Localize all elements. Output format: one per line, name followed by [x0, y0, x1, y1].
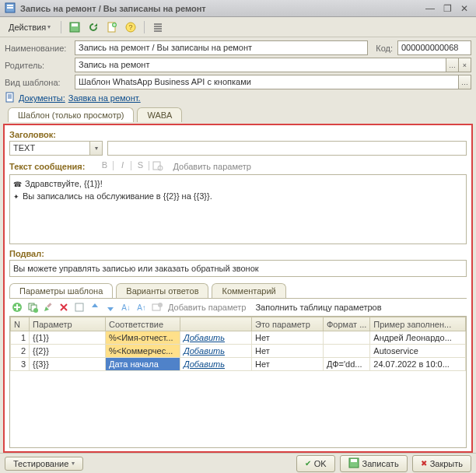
close-icon[interactable]: ✕	[457, 3, 471, 14]
italic-icon[interactable]: I	[117, 160, 128, 173]
svg-rect-16	[47, 303, 51, 307]
template-combo[interactable]: Шаблон WhatsApp Business API с кнопками …	[75, 75, 471, 89]
preview-icon[interactable]	[152, 160, 163, 173]
save-button[interactable]: Записать	[340, 455, 408, 472]
table-row[interactable]: 3{{3}}Дата началаДобавитьНетДФ='dd...24.…	[11, 358, 466, 371]
header-text-input[interactable]	[107, 141, 467, 156]
col-corr2[interactable]	[180, 317, 252, 331]
sort-asc-icon[interactable]: A↓	[120, 301, 132, 314]
svg-point-15	[33, 308, 38, 313]
close-icon: ✖	[421, 459, 427, 468]
table-row[interactable]: 1{{1}}%<Имя-отчест...ДобавитьНетАндрей Л…	[11, 331, 466, 345]
parent-combo[interactable]: Запись на ремонт … ×	[75, 58, 471, 72]
svg-rect-1	[7, 5, 13, 6]
move-down-icon[interactable]	[104, 301, 117, 314]
help-icon[interactable]: ?	[124, 20, 138, 34]
svg-point-19	[158, 303, 163, 307]
cell-corr[interactable]: %<Имя-отчест...	[106, 331, 180, 345]
actions-menu[interactable]: Действия ▾	[5, 20, 54, 34]
subtab-params[interactable]: Параметры шаблона	[9, 283, 113, 298]
copy-row-icon[interactable]	[26, 301, 39, 314]
strike-icon[interactable]: S	[135, 160, 145, 173]
header-type-value: TEXT	[9, 141, 90, 156]
documents-prefix: Документы:	[19, 93, 65, 103]
chevron-down-icon: ▾	[47, 23, 51, 30]
col-n[interactable]: N	[11, 317, 30, 331]
refresh-icon[interactable]	[86, 20, 100, 34]
restore-icon[interactable]: ❐	[440, 3, 454, 14]
cell-example: Autoservice	[370, 345, 466, 358]
save-icon[interactable]	[68, 20, 82, 34]
col-example[interactable]: Пример заполнен...	[370, 317, 466, 331]
svg-rect-9	[6, 93, 13, 102]
bold-icon[interactable]: B	[99, 160, 110, 173]
main-tabs: Шаблон (только просмотр) WABA	[5, 107, 471, 122]
move-up-icon[interactable]	[89, 301, 101, 314]
chevron-down-icon[interactable]: ▾	[90, 141, 103, 156]
add-row-icon[interactable]	[11, 301, 23, 314]
svg-rect-4	[72, 23, 78, 26]
col-fmt[interactable]: Формат ...	[324, 317, 370, 331]
name-input[interactable]: Запись на ремонт / Вы записаны на ремонт	[75, 40, 368, 55]
subtab-answers[interactable]: Варианты ответов	[116, 283, 208, 298]
message-line-1: Здравствуйте, {{1}}!	[25, 178, 103, 190]
cell-example: Андрей Леонардо...	[370, 331, 466, 345]
cell-isparam: Нет	[252, 345, 324, 358]
svg-rect-2	[7, 7, 13, 9]
cell-param: {{2}}	[30, 345, 106, 358]
cell-add[interactable]: Добавить	[180, 358, 252, 371]
uncheck-icon[interactable]	[73, 301, 86, 314]
params-grid[interactable]: N Параметр Соответствие Это параметр Фор…	[9, 316, 467, 448]
message-line-2: Вы записались на обслуживание в {{2}} на…	[23, 191, 212, 202]
footer-label: Подвал:	[9, 249, 467, 258]
code-input[interactable]: 000000000068	[397, 40, 471, 55]
subtab-comment[interactable]: Комментарий	[212, 283, 285, 298]
table-row[interactable]: 2{{2}}%<Коммерчес...ДобавитьНетAutoservi…	[11, 345, 466, 358]
message-body[interactable]: Здравствуйте, {{1}}! Вы записались на об…	[9, 174, 467, 244]
grid-add-parameter[interactable]: Добавить параметр	[168, 303, 246, 312]
parent-clear-btn[interactable]: ×	[459, 58, 471, 72]
delete-row-icon[interactable]	[58, 301, 70, 314]
cell-n: 1	[11, 331, 30, 345]
check-icon: ✔	[305, 459, 311, 468]
edit-row-icon[interactable]	[42, 301, 54, 314]
template-select-btn[interactable]: …	[459, 75, 471, 89]
col-corr[interactable]: Соответствие	[106, 317, 180, 331]
msg-add-parameter[interactable]: Добавить параметр	[173, 162, 250, 171]
documents-link-text[interactable]: Заявка на ремонт.	[68, 93, 141, 103]
header-type-select[interactable]: TEXT ▾	[9, 141, 103, 156]
cell-n: 3	[11, 358, 30, 371]
cell-add[interactable]: Добавить	[180, 345, 252, 358]
svg-text:?: ?	[129, 23, 133, 31]
documents-link[interactable]: Документы: Заявка на ремонт.	[5, 92, 471, 104]
close-button[interactable]: ✖Закрыть	[412, 455, 471, 472]
chevron-down-icon: ▾	[72, 460, 75, 467]
template-panel: Заголовок: TEXT ▾ Текст сообщения: B I S…	[3, 124, 473, 453]
window-title: Запись на ремонт / Вы записаны на ремонт	[20, 4, 206, 13]
parent-select-btn[interactable]: …	[446, 58, 459, 72]
list-icon[interactable]	[151, 20, 165, 34]
cell-corr[interactable]: %<Коммерчес...	[106, 345, 180, 358]
cell-fmt	[324, 331, 370, 345]
col-param[interactable]: Параметр	[30, 317, 106, 331]
cell-n: 2	[11, 345, 30, 358]
insert-param-icon[interactable]	[151, 301, 163, 314]
tab-waba[interactable]: WABA	[137, 107, 182, 122]
ok-button[interactable]: ✔OK	[296, 455, 335, 472]
new-icon[interactable]	[105, 20, 119, 34]
sort-desc-icon[interactable]: A↑	[135, 301, 148, 314]
actions-label: Действия	[9, 23, 46, 32]
parent-value: Запись на ремонт	[75, 58, 446, 72]
footer-input[interactable]: Вы можете управлять записью или заказать…	[9, 260, 467, 277]
cell-isparam: Нет	[252, 358, 324, 371]
grid-fill-table[interactable]: Заполнить таблицу параметров	[255, 303, 381, 312]
cell-corr[interactable]: Дата начала	[106, 358, 180, 371]
sub-tabs: Параметры шаблона Варианты ответов Комме…	[9, 283, 467, 299]
cell-param: {{1}}	[30, 331, 106, 345]
parent-label: Родитель:	[5, 61, 75, 70]
minimize-icon[interactable]: —	[423, 3, 437, 14]
tab-template-readonly[interactable]: Шаблон (только просмотр)	[8, 107, 134, 122]
testing-button[interactable]: Тестирование▾	[5, 457, 83, 471]
col-isparam[interactable]: Это параметр	[252, 317, 324, 331]
cell-add[interactable]: Добавить	[180, 331, 252, 345]
